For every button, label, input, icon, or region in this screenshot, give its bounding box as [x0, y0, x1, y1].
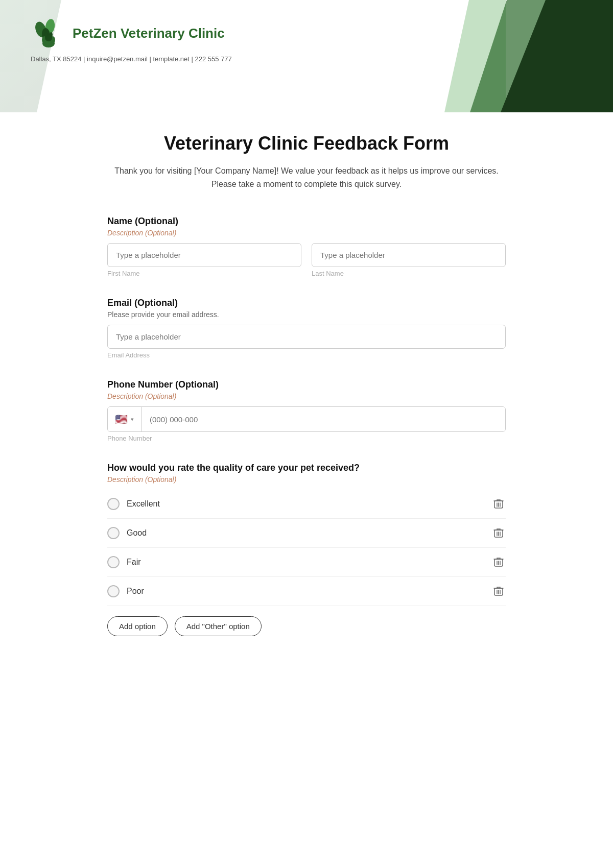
svg-point-7 — [44, 32, 48, 37]
radio-left-good: Good — [107, 527, 147, 539]
quality-field-label: How would you rate the quality of care y… — [107, 463, 506, 473]
add-other-option-button[interactable]: Add "Other" option — [175, 616, 262, 636]
radio-text-poor: Poor — [127, 587, 144, 596]
radio-circle-poor[interactable] — [107, 585, 120, 597]
brand-name-wrapper: PetZen Veterinary Clinic — [73, 26, 225, 41]
email-field-section: Email (Optional) Please provide your ema… — [107, 298, 506, 359]
delete-excellent-button[interactable] — [491, 497, 506, 511]
phone-field-description: Description (Optional) — [107, 392, 506, 400]
form-description: Thank you for visiting [Your Company Nam… — [107, 164, 506, 190]
radio-option-excellent: Excellent — [107, 490, 506, 519]
first-name-wrapper: First Name — [107, 243, 301, 277]
email-input[interactable] — [107, 325, 506, 349]
email-input-wrapper: Email Address — [107, 325, 506, 359]
delete-poor-button[interactable] — [491, 584, 506, 598]
quality-field-description: Description (Optional) — [107, 475, 506, 484]
delete-fair-button[interactable] — [491, 555, 506, 569]
radio-text-good: Good — [127, 528, 147, 538]
name-field-section: Name (Optional) Description (Optional) F… — [107, 216, 506, 277]
radio-left-fair: Fair — [107, 556, 141, 568]
brand-logo — [31, 15, 66, 51]
last-name-wrapper: Last Name — [312, 243, 506, 277]
header: PetZen Veterinary Clinic Dallas, TX 8522… — [0, 0, 613, 112]
radio-options-list: Excellent Good — [107, 490, 506, 606]
phone-chevron: ▾ — [131, 416, 134, 423]
phone-row: 🇺🇸 ▾ — [107, 406, 506, 432]
name-field-label: Name (Optional) — [107, 216, 506, 227]
radio-circle-excellent[interactable] — [107, 498, 120, 510]
brand-name: PetZen Veterinary Clinic — [73, 26, 225, 41]
brand-tagline: Dallas, TX 85224 | inquire@petzen.mail |… — [31, 55, 582, 63]
name-input-row: First Name Last Name — [107, 243, 506, 277]
add-options-row: Add option Add "Other" option — [107, 616, 506, 636]
logo-area: PetZen Veterinary Clinic — [31, 15, 582, 51]
radio-option-good: Good — [107, 519, 506, 548]
radio-option-poor: Poor — [107, 577, 506, 606]
email-field-label: Email (Optional) — [107, 298, 506, 308]
delete-good-button[interactable] — [491, 526, 506, 540]
radio-left-poor: Poor — [107, 585, 144, 597]
quality-field-section: How would you rate the quality of care y… — [107, 463, 506, 636]
first-name-input[interactable] — [107, 243, 301, 267]
form-title: Veterinary Clinic Feedback Form — [107, 133, 506, 154]
email-sublabel: Email Address — [107, 351, 506, 359]
flag-emoji: 🇺🇸 — [115, 413, 128, 425]
add-option-button[interactable]: Add option — [107, 616, 168, 636]
last-name-input[interactable] — [312, 243, 506, 267]
svg-point-8 — [50, 32, 53, 37]
radio-left-excellent: Excellent — [107, 498, 160, 510]
header-content: PetZen Veterinary Clinic Dallas, TX 8522… — [0, 0, 613, 78]
radio-circle-fair[interactable] — [107, 556, 120, 568]
radio-text-excellent: Excellent — [127, 499, 160, 509]
last-name-sublabel: Last Name — [312, 270, 506, 277]
name-field-description: Description (Optional) — [107, 229, 506, 237]
phone-sublabel: Phone Number — [107, 435, 506, 442]
first-name-sublabel: First Name — [107, 270, 301, 277]
phone-flag-button[interactable]: 🇺🇸 ▾ — [108, 407, 142, 431]
phone-input[interactable] — [142, 407, 505, 431]
phone-field-label: Phone Number (Optional) — [107, 379, 506, 390]
email-field-description: Please provide your email address. — [107, 310, 506, 319]
radio-text-fair: Fair — [127, 558, 141, 567]
radio-circle-good[interactable] — [107, 527, 120, 539]
form-container: Veterinary Clinic Feedback Form Thank yo… — [77, 112, 536, 697]
phone-field-section: Phone Number (Optional) Description (Opt… — [107, 379, 506, 442]
radio-option-fair: Fair — [107, 548, 506, 577]
